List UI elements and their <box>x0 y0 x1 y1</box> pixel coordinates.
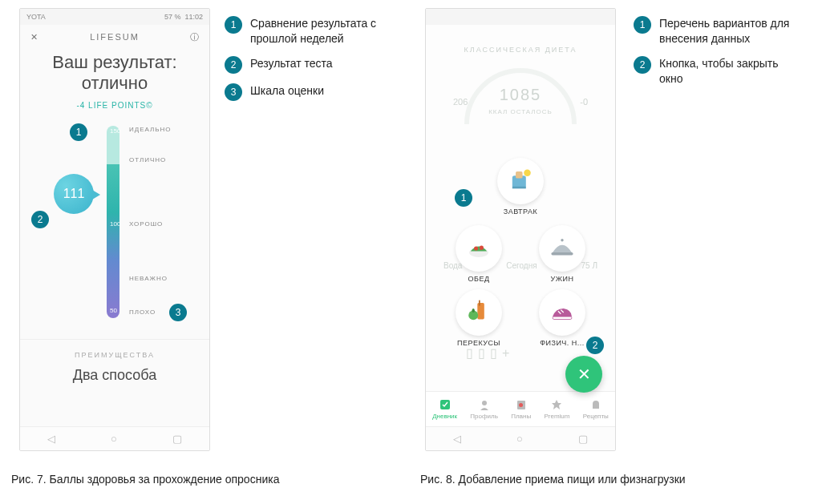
callout-1: 1 <box>455 189 472 207</box>
legend-text-1: Сравнение результата с прошлой неделей <box>250 16 383 46</box>
callout-1: 1 <box>70 123 87 141</box>
score-bubble: 111 <box>54 174 94 214</box>
legend-badge-1: 1 <box>634 16 651 34</box>
smoothie-icon <box>456 289 502 336</box>
caption-fig8: Рис. 8. Добавление приема пищи или физна… <box>420 473 686 486</box>
close-icon[interactable]: ✕ <box>28 32 41 42</box>
advantages-label: ПРЕИМУЩЕСТВА <box>20 339 209 359</box>
phone-screenshot-addmeal: КЛАССИЧЕСКАЯ ДИЕТА 206 1085 ККАЛ ОСТАЛОС… <box>425 8 616 451</box>
svg-point-5 <box>474 246 478 250</box>
recent-icon[interactable]: ▢ <box>578 433 588 445</box>
meal-exercise[interactable]: ФИЗИЧ. Н... <box>530 289 594 347</box>
android-softkeys: ◁ ○ ▢ <box>426 426 615 450</box>
bottom-nav: Дневник Профиль Планы Premium Рецепты <box>426 391 615 426</box>
two-ways-title: Два способа <box>20 367 209 384</box>
scale-label-ideal: ИДЕАЛЬНО <box>129 126 172 133</box>
home-icon[interactable]: ○ <box>111 433 117 445</box>
scale-tick-100: 100 <box>110 220 120 228</box>
caption-fig7: Рис. 7. Баллы здоровья за прохождение оп… <box>11 473 279 486</box>
dim-diet-title: КЛАССИЧЕСКАЯ ДИЕТА <box>426 25 615 54</box>
svg-point-12 <box>472 308 475 312</box>
svg-rect-3 <box>512 187 526 189</box>
calorie-ring: 206 1085 ККАЛ ОСТАЛОСЬ -0 <box>464 68 577 148</box>
status-bar <box>426 9 615 25</box>
svg-rect-7 <box>551 252 573 255</box>
svg-point-15 <box>482 401 487 405</box>
meal-dinner[interactable]: УЖИН <box>530 225 594 283</box>
legend-fig7: 1 Сравнение результата с прошлой неделей… <box>225 16 383 111</box>
app-title: LIFESUM <box>90 32 140 42</box>
scale-label-bad: ПЛОХО <box>129 308 156 316</box>
profile-icon <box>478 398 491 411</box>
callout-2: 2 <box>31 211 49 228</box>
svg-rect-10 <box>479 300 480 306</box>
water-cups: ▯▯▯+ <box>466 345 514 361</box>
phone-screenshot-result: YOTA 57 % 11:02 ✕ LIFESUM ⓘ Ваш результа… <box>19 8 210 451</box>
status-bar: YOTA 57 % 11:02 <box>20 9 209 25</box>
salad-icon <box>456 225 502 272</box>
svg-point-8 <box>561 239 563 241</box>
legend-badge-2: 2 <box>634 56 651 74</box>
svg-rect-13 <box>553 317 572 319</box>
scale-label-good: ХОРОШО <box>129 220 163 228</box>
nav-diary[interactable]: Дневник <box>432 398 457 420</box>
legend-badge-1: 1 <box>225 16 242 34</box>
legend-badge-2: 2 <box>225 56 242 74</box>
carrier-label: YOTA <box>26 13 46 21</box>
star-icon <box>550 398 563 411</box>
app-header: ✕ LIFESUM ⓘ <box>20 25 209 49</box>
svg-point-0 <box>524 170 531 177</box>
callout-3: 3 <box>169 304 187 321</box>
svg-rect-9 <box>477 303 484 319</box>
cloche-icon <box>539 225 585 272</box>
legend-text-2: Кнопка, чтобы закрыть окно <box>659 56 792 87</box>
legend-text-2: Результат теста <box>250 56 333 74</box>
chef-icon <box>589 398 602 411</box>
back-icon[interactable]: ◁ <box>47 433 55 445</box>
close-icon: ✕ <box>577 365 591 384</box>
toaster-icon <box>497 158 544 204</box>
diary-icon <box>439 398 452 411</box>
meal-grid: ЗАВТРАК ОБЕД УЖИН ПЕРЕКУСЫ <box>426 158 615 347</box>
callout-2: 2 <box>586 337 604 354</box>
svg-rect-2 <box>516 171 523 179</box>
nav-premium[interactable]: Premium <box>544 398 569 420</box>
scale-tick-50: 50 <box>110 307 117 314</box>
recent-icon[interactable]: ▢ <box>172 433 182 445</box>
scale-label-meh: НЕВАЖНО <box>129 275 168 282</box>
meal-snack[interactable]: ПЕРЕКУСЫ <box>447 289 511 347</box>
result-title: Ваш результат: отлично <box>20 52 209 95</box>
home-icon[interactable]: ○ <box>516 433 523 445</box>
score-scale: 150 100 50 ИДЕАЛЬНО ОТЛИЧНО ХОРОШО НЕВАЖ… <box>20 126 209 326</box>
scale-tick-150: 150 <box>110 127 120 135</box>
legend-fig8: 1 Перечень вариантов для внесения данных… <box>634 16 792 96</box>
scale-label-great: ОТЛИЧНО <box>129 156 166 163</box>
meal-breakfast[interactable]: ЗАВТРАК <box>440 158 601 216</box>
nav-recipes[interactable]: Рецепты <box>583 398 609 420</box>
back-icon[interactable]: ◁ <box>453 433 461 445</box>
life-points: -4 LIFE POINTS© <box>20 101 209 110</box>
android-softkeys: ◁ ○ ▢ <box>20 426 209 450</box>
info-icon[interactable]: ⓘ <box>188 31 201 43</box>
legend-text-3: Шкала оценки <box>250 83 324 101</box>
sneaker-icon <box>539 289 585 336</box>
close-fab[interactable]: ✕ <box>565 356 602 393</box>
meal-lunch[interactable]: ОБЕД <box>447 225 511 283</box>
nav-plans[interactable]: Планы <box>511 398 531 420</box>
legend-badge-3: 3 <box>225 83 242 101</box>
clock-label: 11:02 <box>184 13 203 21</box>
battery-label: 57 % <box>164 13 181 21</box>
nav-profile[interactable]: Профиль <box>470 398 498 420</box>
svg-point-6 <box>480 246 484 250</box>
legend-text-1: Перечень вариантов для внесения данных <box>659 16 792 46</box>
